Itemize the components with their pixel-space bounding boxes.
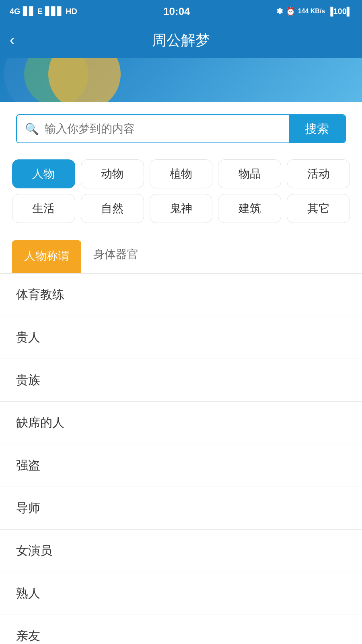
category-ghosts[interactable]: 鬼神	[150, 194, 213, 223]
list-item[interactable]: 熟人	[0, 572, 362, 615]
category-nature[interactable]: 自然	[81, 194, 144, 223]
signal-bars: ▋▋	[23, 6, 35, 16]
search-area: 🔍 搜索	[0, 102, 362, 155]
list-item[interactable]: 贵族	[0, 359, 362, 402]
list-item[interactable]: 贵人	[0, 316, 362, 359]
category-animals[interactable]: 动物	[81, 159, 144, 188]
dream-list: 体育教练 贵人 贵族 缺席的人 强盗 导师 女演员 熟人 亲友 老伯伯变成小孩子	[0, 274, 362, 644]
wifi-bars: ▋▋▋	[45, 6, 63, 16]
banner	[0, 58, 362, 102]
list-item[interactable]: 导师	[0, 487, 362, 530]
tab-person-titles[interactable]: 人物称谓	[12, 240, 81, 273]
category-objects[interactable]: 物品	[218, 159, 281, 188]
sub-tabs: 人物称谓 身体器官	[0, 237, 362, 274]
search-icon: 🔍	[25, 122, 39, 136]
list-item[interactable]: 亲友	[0, 615, 362, 644]
status-time: 10:04	[163, 5, 190, 18]
category-plants[interactable]: 植物	[150, 159, 213, 188]
category-people[interactable]: 人物	[12, 159, 75, 188]
category-other[interactable]: 其它	[287, 194, 350, 223]
category-buildings[interactable]: 建筑	[218, 194, 281, 223]
app-header: ‹ 周公解梦	[0, 23, 362, 58]
category-row-2: 生活 自然 鬼神 建筑 其它	[12, 194, 350, 223]
search-input[interactable]	[45, 122, 281, 135]
search-button[interactable]: 搜索	[289, 115, 345, 142]
banner-circle-yellow	[48, 58, 121, 102]
page-title: 周公解梦	[152, 31, 210, 50]
network-type: E	[37, 7, 43, 16]
search-input-wrap: 🔍	[17, 115, 289, 142]
category-section: 人物 动物 植物 物品 活动 生活 自然 鬼神 建筑 其它	[0, 155, 362, 237]
status-bar: 4G ▋▋ E ▋▋▋ HD 10:04 ✱ ⏰ 144 KB/s ▐100▌	[0, 0, 362, 23]
category-activities[interactable]: 活动	[287, 159, 350, 188]
category-row-1: 人物 动物 植物 物品 活动	[12, 159, 350, 188]
status-right: ✱ ⏰ 144 KB/s ▐100▌	[276, 6, 352, 16]
search-box: 🔍 搜索	[16, 114, 346, 143]
category-life[interactable]: 生活	[12, 194, 75, 223]
speed-indicator: 144 KB/s	[298, 8, 325, 15]
list-item[interactable]: 强盗	[0, 444, 362, 487]
status-left: 4G ▋▋ E ▋▋▋ HD	[10, 6, 77, 16]
main-content: 🔍 搜索 人物 动物 植物 物品 活动 生活 自然 鬼神 建筑 其它 人物称谓 …	[0, 102, 362, 644]
hd-badge: HD	[66, 7, 77, 16]
alarm-icon: ⏰	[286, 6, 296, 16]
list-item[interactable]: 女演员	[0, 530, 362, 572]
tab-body-organs[interactable]: 身体器官	[81, 237, 150, 273]
list-item[interactable]: 缺席的人	[0, 402, 362, 444]
list-item[interactable]: 体育教练	[0, 274, 362, 316]
back-button[interactable]: ‹	[10, 32, 14, 49]
battery-icon: ▐100▌	[327, 7, 352, 16]
signal-icon: 4G	[10, 7, 21, 16]
bluetooth-icon: ✱	[276, 6, 283, 16]
